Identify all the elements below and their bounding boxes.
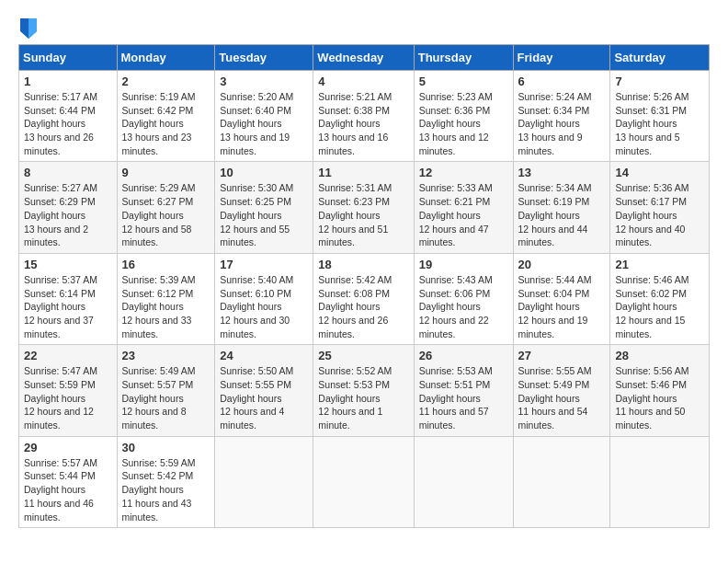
day-info: Sunrise: 5:40 AMSunset: 6:10 PMDaylight … xyxy=(220,274,293,339)
calendar-cell: 12 Sunrise: 5:33 AMSunset: 6:21 PMDaylig… xyxy=(414,162,513,253)
day-number: 4 xyxy=(318,75,408,88)
calendar-cell: 20 Sunrise: 5:44 AMSunset: 6:04 PMDaylig… xyxy=(513,253,610,344)
day-info: Sunrise: 5:20 AMSunset: 6:40 PMDaylight … xyxy=(220,91,293,156)
day-number: 17 xyxy=(220,258,308,271)
day-info: Sunrise: 5:43 AMSunset: 6:06 PMDaylight … xyxy=(419,274,493,339)
calendar-week-row: 8 Sunrise: 5:27 AMSunset: 6:29 PMDayligh… xyxy=(19,162,710,253)
day-number: 27 xyxy=(518,349,606,362)
day-number: 13 xyxy=(518,166,606,179)
day-number: 25 xyxy=(318,349,408,362)
calendar-cell: 17 Sunrise: 5:40 AMSunset: 6:10 PMDaylig… xyxy=(215,253,313,344)
calendar-cell: 29 Sunrise: 5:57 AMSunset: 5:44 PMDaylig… xyxy=(19,436,118,527)
calendar-cell: 22 Sunrise: 5:47 AMSunset: 5:59 PMDaylig… xyxy=(19,345,118,436)
day-number: 7 xyxy=(615,75,704,88)
day-number: 14 xyxy=(615,166,704,179)
day-info: Sunrise: 5:57 AMSunset: 5:44 PMDaylight … xyxy=(24,457,97,523)
day-info: Sunrise: 5:39 AMSunset: 6:12 PMDaylight … xyxy=(122,274,196,339)
day-number: 16 xyxy=(122,258,210,271)
day-info: Sunrise: 5:49 AMSunset: 5:57 PMDaylight … xyxy=(122,365,196,431)
calendar-cell: 5 Sunrise: 5:23 AMSunset: 6:36 PMDayligh… xyxy=(414,71,513,162)
calendar-cell: 11 Sunrise: 5:31 AMSunset: 6:23 PMDaylig… xyxy=(313,162,414,253)
day-number: 19 xyxy=(419,258,508,271)
calendar-week-row: 15 Sunrise: 5:37 AMSunset: 6:14 PMDaylig… xyxy=(19,253,710,344)
svg-marker-1 xyxy=(28,18,37,39)
page-header xyxy=(18,18,710,39)
day-info: Sunrise: 5:36 AMSunset: 6:17 PMDaylight … xyxy=(615,182,688,247)
day-number: 26 xyxy=(419,349,508,362)
header-friday: Friday xyxy=(513,45,610,71)
day-number: 10 xyxy=(220,166,308,179)
header-saturday: Saturday xyxy=(610,45,710,71)
day-info: Sunrise: 5:52 AMSunset: 5:53 PMDaylight … xyxy=(318,365,392,431)
calendar-cell: 21 Sunrise: 5:46 AMSunset: 6:02 PMDaylig… xyxy=(610,253,710,344)
calendar-cell: 16 Sunrise: 5:39 AMSunset: 6:12 PMDaylig… xyxy=(117,253,215,344)
calendar-cell: 2 Sunrise: 5:19 AMSunset: 6:42 PMDayligh… xyxy=(117,71,215,162)
day-info: Sunrise: 5:56 AMSunset: 5:46 PMDaylight … xyxy=(615,365,688,431)
day-number: 21 xyxy=(615,258,704,271)
day-info: Sunrise: 5:27 AMSunset: 6:29 PMDaylight … xyxy=(24,182,97,247)
day-info: Sunrise: 5:46 AMSunset: 6:02 PMDaylight … xyxy=(615,274,688,339)
day-info: Sunrise: 5:21 AMSunset: 6:38 PMDaylight … xyxy=(318,91,392,156)
day-number: 29 xyxy=(24,441,112,454)
day-info: Sunrise: 5:17 AMSunset: 6:44 PMDaylight … xyxy=(24,91,97,156)
header-thursday: Thursday xyxy=(414,45,513,71)
calendar-cell: 15 Sunrise: 5:37 AMSunset: 6:14 PMDaylig… xyxy=(19,253,118,344)
calendar-cell xyxy=(513,436,610,527)
day-info: Sunrise: 5:31 AMSunset: 6:23 PMDaylight … xyxy=(318,182,392,247)
day-number: 2 xyxy=(122,75,210,88)
header-monday: Monday xyxy=(117,45,215,71)
calendar-cell: 14 Sunrise: 5:36 AMSunset: 6:17 PMDaylig… xyxy=(610,162,710,253)
calendar-cell: 19 Sunrise: 5:43 AMSunset: 6:06 PMDaylig… xyxy=(414,253,513,344)
calendar-cell: 28 Sunrise: 5:56 AMSunset: 5:46 PMDaylig… xyxy=(610,345,710,436)
calendar-cell: 30 Sunrise: 5:59 AMSunset: 5:42 PMDaylig… xyxy=(117,436,215,527)
header-tuesday: Tuesday xyxy=(215,45,313,71)
day-number: 11 xyxy=(318,166,408,179)
calendar-cell: 18 Sunrise: 5:42 AMSunset: 6:08 PMDaylig… xyxy=(313,253,414,344)
day-info: Sunrise: 5:42 AMSunset: 6:08 PMDaylight … xyxy=(318,274,392,339)
header-wednesday: Wednesday xyxy=(313,45,414,71)
day-info: Sunrise: 5:23 AMSunset: 6:36 PMDaylight … xyxy=(419,91,493,156)
calendar-week-row: 1 Sunrise: 5:17 AMSunset: 6:44 PMDayligh… xyxy=(19,71,710,162)
calendar-cell: 8 Sunrise: 5:27 AMSunset: 6:29 PMDayligh… xyxy=(19,162,118,253)
day-number: 22 xyxy=(24,349,112,362)
day-number: 1 xyxy=(24,75,112,88)
calendar-cell: 24 Sunrise: 5:50 AMSunset: 5:55 PMDaylig… xyxy=(215,345,313,436)
day-number: 28 xyxy=(615,349,704,362)
day-info: Sunrise: 5:53 AMSunset: 5:51 PMDaylight … xyxy=(419,365,493,431)
day-number: 5 xyxy=(419,75,508,88)
day-info: Sunrise: 5:37 AMSunset: 6:14 PMDaylight … xyxy=(24,274,97,339)
calendar-header-row: SundayMondayTuesdayWednesdayThursdayFrid… xyxy=(19,45,710,71)
calendar-cell: 10 Sunrise: 5:30 AMSunset: 6:25 PMDaylig… xyxy=(215,162,313,253)
logo xyxy=(18,18,37,39)
day-number: 23 xyxy=(122,349,210,362)
day-number: 20 xyxy=(518,258,606,271)
day-number: 12 xyxy=(419,166,508,179)
day-info: Sunrise: 5:50 AMSunset: 5:55 PMDaylight … xyxy=(220,365,293,431)
calendar-cell: 4 Sunrise: 5:21 AMSunset: 6:38 PMDayligh… xyxy=(313,71,414,162)
day-number: 6 xyxy=(518,75,606,88)
day-info: Sunrise: 5:55 AMSunset: 5:49 PMDaylight … xyxy=(518,365,592,431)
calendar-cell xyxy=(610,436,710,527)
calendar-cell: 27 Sunrise: 5:55 AMSunset: 5:49 PMDaylig… xyxy=(513,345,610,436)
day-number: 3 xyxy=(220,75,308,88)
day-number: 18 xyxy=(318,258,408,271)
calendar-table: SundayMondayTuesdayWednesdayThursdayFrid… xyxy=(18,44,710,528)
day-info: Sunrise: 5:30 AMSunset: 6:25 PMDaylight … xyxy=(220,182,293,247)
day-info: Sunrise: 5:44 AMSunset: 6:04 PMDaylight … xyxy=(518,274,592,339)
logo-icon xyxy=(20,18,37,39)
calendar-cell: 1 Sunrise: 5:17 AMSunset: 6:44 PMDayligh… xyxy=(19,71,118,162)
calendar-cell: 9 Sunrise: 5:29 AMSunset: 6:27 PMDayligh… xyxy=(117,162,215,253)
day-info: Sunrise: 5:33 AMSunset: 6:21 PMDaylight … xyxy=(419,182,493,247)
calendar-cell: 13 Sunrise: 5:34 AMSunset: 6:19 PMDaylig… xyxy=(513,162,610,253)
day-number: 9 xyxy=(122,166,210,179)
calendar-cell: 23 Sunrise: 5:49 AMSunset: 5:57 PMDaylig… xyxy=(117,345,215,436)
day-number: 24 xyxy=(220,349,308,362)
header-sunday: Sunday xyxy=(19,45,118,71)
day-info: Sunrise: 5:34 AMSunset: 6:19 PMDaylight … xyxy=(518,182,592,247)
day-info: Sunrise: 5:19 AMSunset: 6:42 PMDaylight … xyxy=(122,91,196,156)
calendar-cell: 26 Sunrise: 5:53 AMSunset: 5:51 PMDaylig… xyxy=(414,345,513,436)
day-info: Sunrise: 5:29 AMSunset: 6:27 PMDaylight … xyxy=(122,182,196,247)
day-number: 15 xyxy=(24,258,112,271)
calendar-cell: 6 Sunrise: 5:24 AMSunset: 6:34 PMDayligh… xyxy=(513,71,610,162)
day-info: Sunrise: 5:59 AMSunset: 5:42 PMDaylight … xyxy=(122,457,196,523)
